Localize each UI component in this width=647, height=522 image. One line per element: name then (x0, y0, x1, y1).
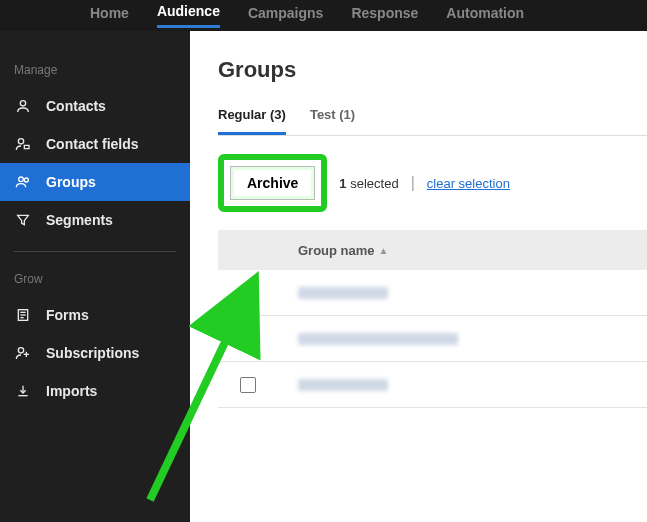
archive-button[interactable]: Archive (230, 166, 315, 200)
sidebar-divider (14, 251, 176, 252)
groups-table: Group name ▲ (218, 230, 647, 408)
tab-test[interactable]: Test (1) (310, 107, 355, 135)
svg-point-1 (18, 139, 23, 144)
table-row (218, 362, 647, 408)
clear-selection-link[interactable]: clear selection (427, 176, 510, 191)
selected-count-text: 1 selected (339, 176, 398, 191)
sidebar-item-label: Forms (46, 307, 89, 323)
group-name-cell[interactable] (298, 333, 458, 345)
download-icon (14, 382, 32, 400)
table-header: Group name ▲ (218, 230, 647, 270)
row-checkbox[interactable] (240, 285, 256, 301)
sidebar-item-label: Contact fields (46, 136, 139, 152)
redacted-text (298, 287, 388, 299)
table-row (218, 316, 647, 362)
nav-response[interactable]: Response (351, 5, 418, 27)
sidebar-section-manage: Manage (0, 55, 190, 87)
nav-automation[interactable]: Automation (446, 5, 524, 27)
person-tag-icon (14, 135, 32, 153)
row-checkbox[interactable] (240, 331, 256, 347)
sidebar-item-contacts[interactable]: Contacts (0, 87, 190, 125)
sidebar-item-label: Groups (46, 174, 96, 190)
sidebar-item-imports[interactable]: Imports (0, 372, 190, 410)
selected-suffix: selected (350, 176, 398, 191)
sidebar-item-segments[interactable]: Segments (0, 201, 190, 239)
group-name-cell[interactable] (298, 379, 388, 391)
tutorial-highlight: Archive (218, 154, 327, 212)
main-content: Groups Regular (3) Test (1) Archive 1 se… (190, 31, 647, 522)
sidebar-item-label: Imports (46, 383, 97, 399)
sidebar-section-grow: Grow (0, 264, 190, 296)
svg-point-2 (19, 177, 24, 182)
tabs: Regular (3) Test (1) (218, 107, 647, 136)
sidebar-item-forms[interactable]: Forms (0, 296, 190, 334)
nav-audience[interactable]: Audience (157, 3, 220, 28)
sidebar-item-label: Segments (46, 212, 113, 228)
tab-regular[interactable]: Regular (3) (218, 107, 286, 135)
nav-campaigns[interactable]: Campaigns (248, 5, 323, 27)
table-row (218, 270, 647, 316)
column-header-name[interactable]: Group name (298, 243, 375, 258)
sidebar-item-groups[interactable]: Groups (0, 163, 190, 201)
nav-home[interactable]: Home (90, 5, 129, 27)
person-icon (14, 97, 32, 115)
redacted-text (298, 379, 388, 391)
subscribe-icon (14, 344, 32, 362)
svg-point-3 (24, 178, 28, 182)
svg-point-0 (20, 101, 25, 106)
top-nav: Home Audience Campaigns Response Automat… (0, 0, 647, 31)
page-title: Groups (218, 57, 647, 83)
action-bar: Archive 1 selected | clear selection (218, 154, 647, 212)
filter-icon (14, 211, 32, 229)
sidebar: Manage Contacts Contact fields Groups Se… (0, 31, 190, 522)
group-name-cell[interactable] (298, 287, 388, 299)
selected-count-number: 1 (339, 176, 346, 191)
sidebar-item-contact-fields[interactable]: Contact fields (0, 125, 190, 163)
sort-indicator-icon: ▲ (379, 245, 389, 256)
people-icon (14, 173, 32, 191)
sidebar-item-subscriptions[interactable]: Subscriptions (0, 334, 190, 372)
row-checkbox[interactable] (240, 377, 256, 393)
sidebar-item-label: Subscriptions (46, 345, 139, 361)
form-icon (14, 306, 32, 324)
sidebar-item-label: Contacts (46, 98, 106, 114)
separator: | (411, 174, 415, 192)
svg-point-8 (18, 348, 23, 353)
redacted-text (298, 333, 458, 345)
